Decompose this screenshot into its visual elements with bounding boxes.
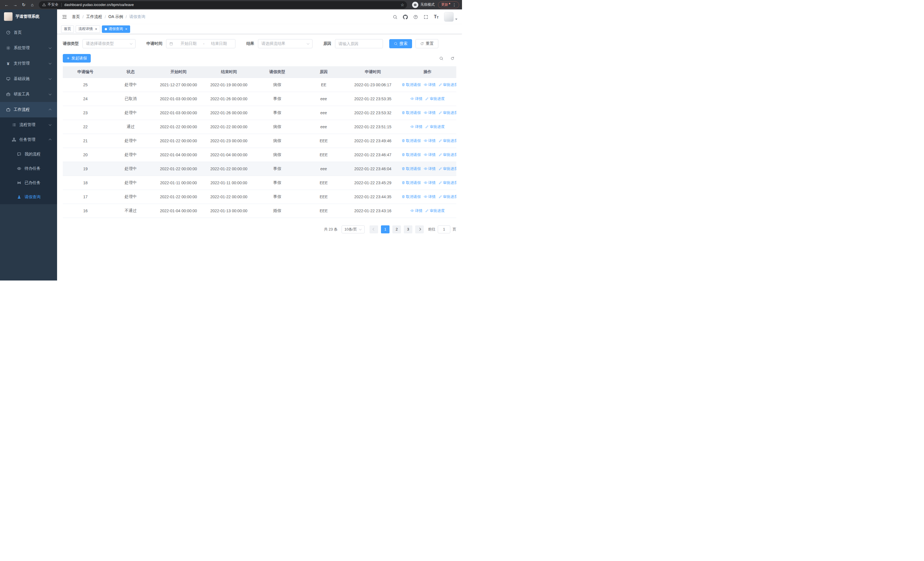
detail-link[interactable]: 详情 <box>410 124 422 129</box>
toggle-search-icon[interactable] <box>439 56 444 60</box>
cell-id: 19 <box>63 162 108 176</box>
cell-start: 2022-01-03 00:00:00 <box>153 106 204 120</box>
detail-link[interactable]: 详情 <box>424 194 436 199</box>
page-size-select[interactable]: 10条/页 <box>342 226 365 233</box>
sidebar-collapse-icon[interactable] <box>62 14 68 20</box>
user-menu[interactable] <box>444 12 458 22</box>
detail-link[interactable]: 详情 <box>424 138 436 143</box>
detail-link[interactable]: 详情 <box>424 110 436 116</box>
home-icon[interactable]: ⌂ <box>28 1 36 9</box>
sidebar-item-process-mgmt[interactable]: 流程管理 <box>0 117 57 132</box>
refresh-table-icon[interactable] <box>450 56 454 60</box>
warning-icon <box>42 3 46 7</box>
detail-link[interactable]: 详情 <box>424 82 436 87</box>
browser-menu-icon[interactable]: ⋮ <box>451 3 458 7</box>
date-range-picker[interactable]: 开始日期 - 结束日期 <box>166 39 236 48</box>
next-page-button[interactable] <box>415 226 424 233</box>
security-chip[interactable]: 不安全 <box>42 2 58 7</box>
chevron-down-icon <box>49 123 52 126</box>
tag-tabs-bar: 首页 流程详情 × 请假查询 × <box>57 24 462 34</box>
help-icon[interactable] <box>413 15 418 20</box>
cell-start: 2022-01-11 00:00:00 <box>153 176 204 190</box>
sidebar-item-workflow[interactable]: 工作流程 <box>0 102 57 117</box>
cancel-leave-link[interactable]: 取消请假 <box>402 110 421 116</box>
forward-icon[interactable]: → <box>11 1 19 9</box>
detail-link[interactable]: 详情 <box>424 180 436 185</box>
progress-link[interactable]: 审批进度 <box>425 208 445 214</box>
progress-link[interactable]: 审批进度 <box>439 152 456 157</box>
bookmark-star-icon[interactable]: ☆ <box>399 2 406 8</box>
result-select[interactable]: 请选择流结果 <box>258 39 312 48</box>
create-leave-button[interactable]: + 发起请假 <box>63 54 91 63</box>
cancel-leave-link[interactable]: 取消请假 <box>402 180 421 185</box>
page-button-1[interactable]: 1 <box>381 226 390 233</box>
cancel-leave-link[interactable]: 取消请假 <box>402 194 421 199</box>
progress-link[interactable]: 审批进度 <box>439 166 456 171</box>
close-tab-icon[interactable]: × <box>95 27 97 31</box>
breadcrumb-item[interactable]: OA 示例 <box>108 14 123 20</box>
sidebar-item-done-tasks[interactable]: 已办任务 <box>0 176 57 190</box>
action-label: 取消请假 <box>406 194 421 199</box>
action-label: 取消请假 <box>406 166 421 171</box>
detail-link[interactable]: 详情 <box>410 208 422 214</box>
address-bar[interactable]: 不安全 dashboard.yudao.iocoder.cn/bpm/oa/le… <box>39 1 407 9</box>
cancel-leave-link[interactable]: 取消请假 <box>402 152 421 157</box>
progress-link[interactable]: 审批进度 <box>425 96 445 101</box>
progress-link[interactable]: 审批进度 <box>439 180 456 185</box>
trash-icon <box>402 195 405 199</box>
cancel-leave-link[interactable]: 取消请假 <box>402 82 421 87</box>
cancel-leave-link[interactable]: 取消请假 <box>402 166 421 171</box>
back-icon[interactable]: ← <box>3 1 10 9</box>
sidebar-item-todo-tasks[interactable]: 待办任务 <box>0 161 57 176</box>
search-button[interactable]: 搜索 <box>389 39 412 48</box>
tab-leave-query[interactable]: 请假查询 × <box>102 26 130 33</box>
reload-icon[interactable]: ↻ <box>20 1 27 9</box>
cancel-leave-link[interactable]: 取消请假 <box>402 138 421 143</box>
table-row: 23处理中2022-01-03 00:00:002022-01-26 00:00… <box>63 106 456 120</box>
cell-type: 事假 <box>254 106 300 120</box>
tab-process-detail[interactable]: 流程详情 × <box>76 26 100 33</box>
progress-link[interactable]: 审批进度 <box>439 110 456 116</box>
action-label: 详情 <box>428 194 436 199</box>
sidebar-item-payment-mgmt[interactable]: ¥ 支付管理 <box>0 56 57 71</box>
sidebar-item-home[interactable]: 首页 <box>0 25 57 40</box>
breadcrumb-item[interactable]: 首页 <box>72 14 80 20</box>
sidebar-item-infrastructure[interactable]: 基础设施 <box>0 71 57 87</box>
detail-link[interactable]: 详情 <box>424 152 436 157</box>
breadcrumb-item[interactable]: 工作流程 <box>86 14 102 20</box>
reason-input[interactable] <box>335 39 383 48</box>
github-icon[interactable] <box>403 15 408 20</box>
sidebar-item-label: 工作流程 <box>14 107 30 112</box>
cell-applied: 2022-01-22 23:45:29 <box>347 176 399 190</box>
page-button-3[interactable]: 3 <box>404 226 412 233</box>
sidebar: 芋道管理系统 首页 系统管理 ¥ 支付管理 基础设施 <box>0 9 57 281</box>
progress-link[interactable]: 审批进度 <box>439 82 456 87</box>
sidebar-item-system-mgmt[interactable]: 系统管理 <box>0 40 57 56</box>
sidebar-item-my-process[interactable]: 我的流程 <box>0 147 57 161</box>
leave-type-select[interactable]: 请选择请假类型 <box>82 39 135 48</box>
page-button-2[interactable]: 2 <box>392 226 401 233</box>
browser-update-chip[interactable]: 更新 ⋮ <box>438 2 459 8</box>
cell-actions: 取消请假详情审批进度 <box>399 176 456 190</box>
close-tab-icon[interactable]: × <box>125 27 128 31</box>
fullscreen-icon[interactable] <box>423 15 428 20</box>
font-size-icon[interactable]: TT <box>434 15 439 19</box>
sidebar-item-task-mgmt[interactable]: 任务管理 <box>0 132 57 147</box>
cell-start: 2022-01-22 00:00:00 <box>153 120 204 134</box>
progress-link[interactable]: 审批进度 <box>425 124 445 129</box>
tab-home[interactable]: 首页 <box>61 26 74 33</box>
total-count: 共 23 条 <box>324 227 338 232</box>
cell-type: 事假 <box>254 162 300 176</box>
search-icon[interactable] <box>393 15 398 20</box>
sidebar-item-devtools[interactable]: 研发工具 <box>0 87 57 102</box>
prev-page-button[interactable] <box>369 226 378 233</box>
detail-link[interactable]: 详情 <box>424 166 436 171</box>
progress-link[interactable]: 审批进度 <box>439 194 456 199</box>
detail-link[interactable]: 详情 <box>410 96 422 101</box>
cell-actions: 取消请假详情审批进度 <box>399 134 456 148</box>
goto-page-input[interactable] <box>438 226 450 233</box>
sidebar-item-label: 已办任务 <box>24 180 40 185</box>
sidebar-item-leave-query[interactable]: 请假查询 <box>0 190 57 204</box>
reset-button[interactable]: 重置 <box>416 39 438 48</box>
progress-link[interactable]: 审批进度 <box>439 138 456 143</box>
